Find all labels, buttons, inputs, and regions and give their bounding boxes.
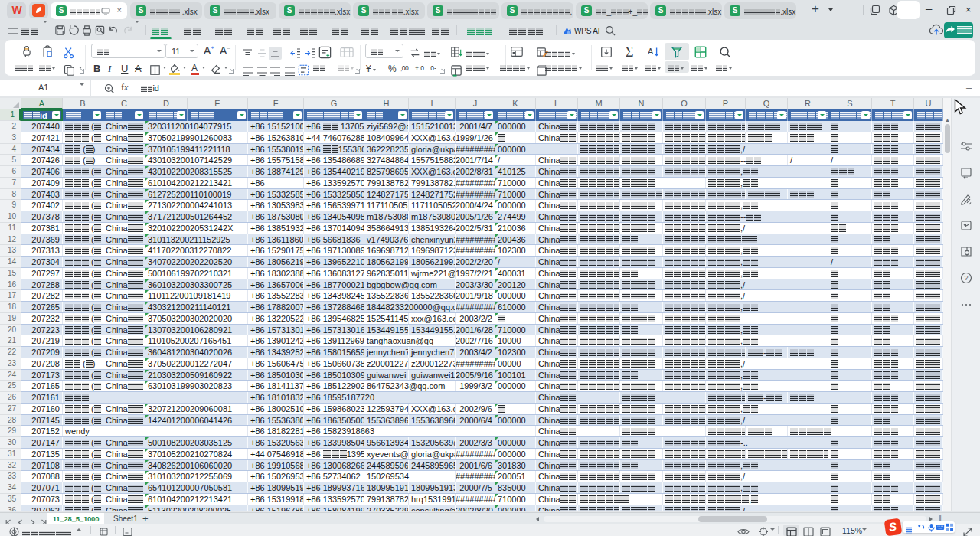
svg-text:?: ? — [965, 274, 969, 282]
svg-text:A: A — [648, 47, 654, 56]
